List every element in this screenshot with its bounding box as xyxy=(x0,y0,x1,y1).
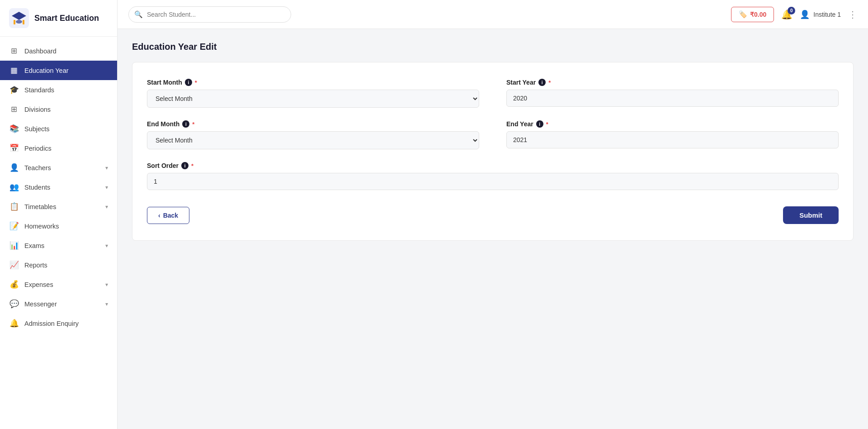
chevron-down-icon: ▾ xyxy=(105,281,108,288)
wallet-amount: ₹0.00 xyxy=(750,11,766,18)
user-name: Institute 1 xyxy=(813,11,841,18)
wallet-button[interactable]: 🏷️ ₹0.00 xyxy=(731,7,774,22)
chevron-down-icon: ▾ xyxy=(105,184,108,191)
book-icon: 📚 xyxy=(9,124,19,133)
sidebar-item-label: Education Year xyxy=(24,67,69,74)
sidebar-item-education-year[interactable]: ▦ Education Year xyxy=(0,61,117,80)
timetables-icon: 📋 xyxy=(9,202,19,211)
graduation-icon: 🎓 xyxy=(9,85,19,95)
start-year-info-icon: i xyxy=(538,79,546,86)
search-input[interactable] xyxy=(128,6,291,23)
chevron-down-icon: ▾ xyxy=(105,204,108,210)
end-year-group: End Year i * xyxy=(506,120,839,149)
form-grid: Start Month i * Select Month January Feb… xyxy=(147,79,839,190)
start-month-select[interactable]: Select Month January February March Apri… xyxy=(147,90,479,108)
submit-button[interactable]: Submit xyxy=(783,206,839,224)
svg-rect-2 xyxy=(14,20,15,24)
sidebar-item-label: Messenger xyxy=(24,300,57,308)
sidebar-item-exams[interactable]: 📊 Exams ▾ xyxy=(0,236,117,255)
sidebar-item-homeworks[interactable]: 📝 Homeworks xyxy=(0,216,117,236)
sidebar-item-label: Subjects xyxy=(24,125,50,133)
start-month-required: * xyxy=(195,79,197,86)
chevron-down-icon: ▾ xyxy=(105,165,108,171)
sidebar-item-label: Standards xyxy=(24,86,54,94)
notification-bell[interactable]: 🔔 0 xyxy=(781,9,793,20)
app-name: Smart Education xyxy=(34,14,99,23)
form-actions: ‹ Back Submit xyxy=(147,206,839,224)
grid-icon: ⊞ xyxy=(9,46,19,56)
sort-order-required: * xyxy=(191,162,193,169)
svg-rect-3 xyxy=(23,20,24,24)
homeworks-icon: 📝 xyxy=(9,221,19,231)
enquiry-icon: 🔔 xyxy=(9,319,19,328)
sidebar-item-label: Expenses xyxy=(24,281,53,288)
user-info[interactable]: 👤 Institute 1 xyxy=(800,10,841,19)
back-chevron-icon: ‹ xyxy=(158,212,160,219)
search-icon: 🔍 xyxy=(134,10,143,19)
wallet-icon: 🏷️ xyxy=(739,10,747,19)
notification-badge: 0 xyxy=(788,7,795,14)
end-month-select[interactable]: Select Month January February March Apri… xyxy=(147,131,479,149)
exams-icon: 📊 xyxy=(9,241,19,250)
sidebar-item-messenger[interactable]: 💬 Messenger ▾ xyxy=(0,294,117,314)
topbar: 🔍 🏷️ ₹0.00 🔔 0 👤 Institute 1 ⋮ xyxy=(118,0,868,29)
sidebar-item-label: Periodics xyxy=(24,145,52,152)
sidebar-item-standards[interactable]: 🎓 Standards xyxy=(0,80,117,100)
students-icon: 👥 xyxy=(9,182,19,192)
sidebar-item-teachers[interactable]: 👤 Teachers ▾ xyxy=(0,158,117,177)
end-year-input[interactable] xyxy=(506,131,839,148)
sidebar-item-label: Admission Enquiry xyxy=(24,320,79,327)
sidebar-item-label: Exams xyxy=(24,242,44,249)
logo-icon xyxy=(9,8,29,28)
form-card: Start Month i * Select Month January Feb… xyxy=(132,62,854,241)
sidebar-item-subjects[interactable]: 📚 Subjects xyxy=(0,119,117,138)
end-year-info-icon: i xyxy=(536,120,543,128)
start-month-group: Start Month i * Select Month January Feb… xyxy=(147,79,479,108)
sidebar-nav: ⊞ Dashboard ▦ Education Year 🎓 Standards… xyxy=(0,37,117,429)
svg-point-4 xyxy=(16,20,22,24)
divisions-icon: ⊞ xyxy=(9,105,19,114)
start-year-input[interactable] xyxy=(506,90,839,107)
start-year-group: Start Year i * xyxy=(506,79,839,108)
sidebar-item-label: Teachers xyxy=(24,164,51,172)
start-month-info-icon: i xyxy=(185,79,192,86)
sidebar-item-divisions[interactable]: ⊞ Divisions xyxy=(0,100,117,119)
sidebar-item-label: Homeworks xyxy=(24,223,59,230)
start-year-required: * xyxy=(548,79,551,86)
sort-order-group: Sort Order i * xyxy=(147,162,839,190)
chevron-down-icon: ▾ xyxy=(105,243,108,249)
sort-order-input[interactable] xyxy=(147,173,839,190)
back-button[interactable]: ‹ Back xyxy=(147,207,189,224)
teachers-icon: 👤 xyxy=(9,163,19,172)
end-year-label: End Year i * xyxy=(506,120,839,128)
messenger-icon: 💬 xyxy=(9,299,19,309)
search-wrap: 🔍 xyxy=(128,6,291,23)
sidebar-item-label: Timetables xyxy=(24,203,56,210)
main-area: 🔍 🏷️ ₹0.00 🔔 0 👤 Institute 1 ⋮ Education… xyxy=(118,0,868,429)
topbar-right: 🏷️ ₹0.00 🔔 0 👤 Institute 1 ⋮ xyxy=(731,7,857,22)
user-icon: 👤 xyxy=(800,10,810,19)
sidebar-item-timetables[interactable]: 📋 Timetables ▾ xyxy=(0,197,117,216)
start-year-label: Start Year i * xyxy=(506,79,839,86)
sidebar-item-admission-enquiry[interactable]: 🔔 Admission Enquiry xyxy=(0,314,117,333)
sidebar-item-dashboard[interactable]: ⊞ Dashboard xyxy=(0,41,117,61)
sort-order-info-icon: i xyxy=(181,162,189,169)
sidebar: Smart Education ⊞ Dashboard ▦ Education … xyxy=(0,0,118,429)
chevron-down-icon: ▾ xyxy=(105,301,108,307)
sidebar-item-students[interactable]: 👥 Students ▾ xyxy=(0,177,117,197)
sidebar-item-label: Reports xyxy=(24,262,47,269)
end-year-required: * xyxy=(546,121,548,128)
sidebar-item-expenses[interactable]: 💰 Expenses ▾ xyxy=(0,275,117,294)
end-month-info-icon: i xyxy=(182,120,189,128)
end-month-required: * xyxy=(192,121,194,128)
page-title: Education Year Edit xyxy=(132,42,854,52)
more-options-icon[interactable]: ⋮ xyxy=(848,9,857,20)
calendar-icon: ▦ xyxy=(9,66,19,75)
sidebar-logo: Smart Education xyxy=(0,0,117,37)
sidebar-item-periodics[interactable]: 📅 Periodics xyxy=(0,138,117,158)
sidebar-item-reports[interactable]: 📈 Reports xyxy=(0,255,117,275)
expenses-icon: 💰 xyxy=(9,280,19,289)
sort-order-label: Sort Order i * xyxy=(147,162,839,169)
sidebar-item-label: Students xyxy=(24,184,50,191)
sidebar-item-label: Divisions xyxy=(24,106,51,113)
